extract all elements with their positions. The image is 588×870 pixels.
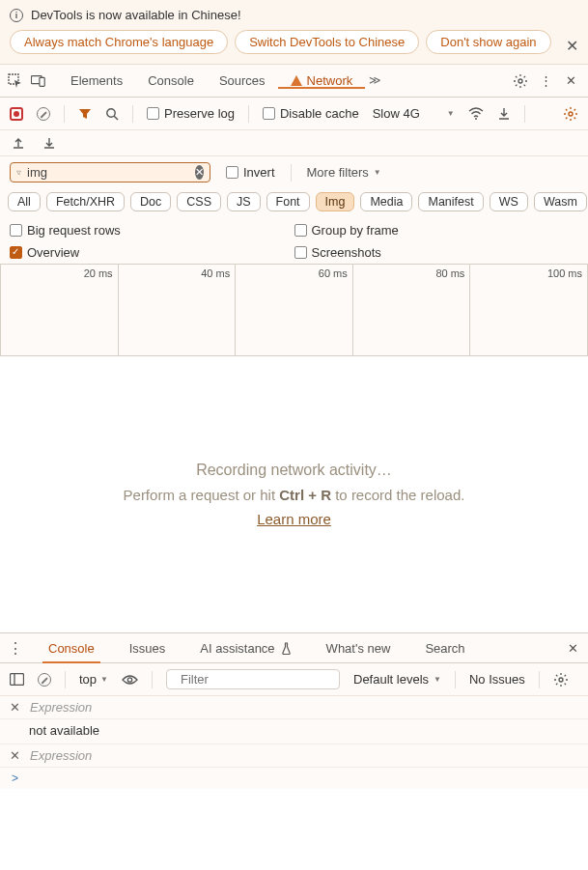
remove-expression-icon[interactable]: ✕ — [10, 700, 20, 715]
network-settings-icon[interactable] — [563, 106, 578, 122]
inspect-element-icon[interactable] — [8, 73, 23, 89]
pill-media[interactable]: Media — [360, 192, 412, 211]
divider — [539, 671, 540, 688]
console-prompt[interactable]: > — [0, 768, 588, 789]
svg-line-5 — [114, 116, 118, 120]
time-tick: 80 ms — [435, 267, 464, 279]
pill-img[interactable]: Img — [316, 192, 355, 211]
clear-console-button[interactable] — [38, 673, 51, 687]
upload-icon[interactable] — [12, 136, 25, 150]
infobar-close-icon[interactable]: ✕ — [566, 37, 578, 55]
tab-elements[interactable]: Elements — [58, 73, 135, 88]
device-toolbar-icon[interactable] — [31, 73, 46, 89]
pill-wasm[interactable]: Wasm — [534, 192, 587, 211]
console-settings-icon[interactable] — [553, 672, 569, 688]
divider — [65, 671, 66, 688]
checkbox-icon — [147, 107, 159, 120]
drawer-tab-issues[interactable]: Issues — [112, 633, 183, 662]
expression-placeholder: Expression — [30, 748, 92, 763]
import-har-icon[interactable] — [497, 107, 511, 121]
throttling-value: Slow 4G — [373, 106, 420, 121]
more-tabs-icon[interactable]: ≫ — [365, 73, 385, 88]
pill-fetch-xhr[interactable]: Fetch/XHR — [46, 192, 125, 211]
switch-to-chinese-button[interactable]: Switch DevTools to Chinese — [235, 30, 419, 54]
always-match-language-button[interactable]: Always match Chrome's language — [10, 30, 228, 54]
filter-input-wrap[interactable]: ✕ — [10, 162, 210, 182]
console-sidebar-icon[interactable] — [10, 673, 24, 686]
resource-type-filter: All Fetch/XHR Doc CSS JS Font Img Media … — [0, 188, 588, 219]
svg-point-4 — [107, 108, 115, 116]
svg-rect-2 — [40, 77, 44, 86]
svg-point-6 — [475, 118, 477, 120]
empty-subtitle: Perform a request or hit Ctrl + R to rec… — [124, 487, 465, 503]
clear-button[interactable] — [37, 107, 50, 121]
overview-checkbox[interactable]: Overview — [10, 245, 294, 260]
console-filter-input[interactable] — [181, 672, 343, 687]
svg-point-3 — [518, 79, 522, 83]
tab-network[interactable]: Network — [278, 73, 366, 88]
time-tick: 60 ms — [319, 267, 348, 279]
execution-context-select[interactable]: top ▼ — [79, 672, 108, 687]
info-icon: i — [10, 9, 23, 22]
kebab-menu-icon[interactable]: ⋮ — [538, 73, 553, 89]
more-filters-dropdown[interactable]: More filters ▼ — [307, 165, 381, 180]
group-by-frame-label: Group by frame — [312, 223, 399, 238]
big-request-rows-checkbox[interactable]: Big request rows — [10, 223, 294, 238]
filter-toggle-icon[interactable] — [78, 107, 92, 121]
network-toolbar: Preserve log Disable cache Slow 4G ▼ — [0, 98, 588, 130]
big-rows-label: Big request rows — [27, 223, 121, 238]
pill-font[interactable]: Font — [266, 192, 310, 211]
time-tick: 20 ms — [84, 267, 113, 279]
search-icon[interactable] — [105, 107, 119, 121]
drawer-tab-console[interactable]: Console — [31, 633, 112, 662]
preserve-log-checkbox[interactable]: Preserve log — [147, 106, 235, 121]
infobar-title: DevTools is now available in Chinese! — [31, 8, 241, 22]
levels-label: Default levels — [353, 672, 429, 687]
dont-show-again-button[interactable]: Don't show again — [426, 30, 550, 54]
invert-checkbox[interactable]: Invert — [226, 165, 275, 180]
pill-all[interactable]: All — [8, 192, 41, 211]
record-button[interactable] — [10, 107, 23, 121]
throttling-select[interactable]: Slow 4G ▼ — [373, 106, 455, 121]
tab-sources[interactable]: Sources — [207, 73, 278, 88]
svg-point-7 — [569, 112, 573, 116]
log-levels-select[interactable]: Default levels ▼ — [353, 672, 441, 687]
divider — [248, 105, 249, 123]
checkbox-icon — [263, 107, 275, 120]
network-conditions-icon[interactable] — [468, 107, 484, 121]
group-by-frame-checkbox[interactable]: Group by frame — [294, 223, 579, 238]
close-devtools-icon[interactable]: ✕ — [563, 73, 578, 89]
tab-network-label: Network — [307, 73, 353, 88]
har-row — [0, 130, 588, 156]
drawer-tab-ai-assistance[interactable]: AI assistance — [182, 633, 308, 662]
pill-css[interactable]: CSS — [177, 192, 221, 211]
devtools-infobar: i DevTools is now available in Chinese! … — [0, 0, 588, 65]
disable-cache-checkbox[interactable]: Disable cache — [263, 106, 359, 121]
timeline-overview[interactable]: 20 ms 40 ms 60 ms 80 ms 100 ms — [0, 264, 588, 356]
remove-expression-icon[interactable]: ✕ — [10, 748, 20, 763]
live-expression-row[interactable]: ✕ Expression — [0, 744, 588, 768]
filter-input[interactable] — [27, 165, 189, 180]
download-icon[interactable] — [42, 136, 56, 150]
pill-js[interactable]: JS — [227, 192, 261, 211]
close-drawer-icon[interactable]: ✕ — [565, 640, 580, 656]
learn-more-link[interactable]: Learn more — [257, 511, 331, 527]
svg-point-10 — [127, 677, 131, 681]
pill-ws[interactable]: WS — [490, 192, 528, 211]
drawer-tab-whats-new[interactable]: What's new — [309, 633, 408, 662]
overview-label: Overview — [27, 245, 79, 260]
disable-cache-label: Disable cache — [280, 106, 359, 121]
tab-console[interactable]: Console — [135, 73, 207, 88]
drawer-tab-search[interactable]: Search — [407, 633, 482, 662]
live-expression-icon[interactable] — [122, 674, 138, 686]
network-options: Big request rows Overview Group by frame… — [0, 219, 588, 264]
screenshots-checkbox[interactable]: Screenshots — [294, 245, 579, 260]
dropdown-icon: ▼ — [447, 109, 455, 118]
drawer-kebab-icon[interactable]: ⋮ — [8, 639, 23, 658]
console-filter-wrap[interactable] — [166, 669, 340, 689]
settings-icon[interactable] — [513, 73, 528, 89]
clear-filter-icon[interactable]: ✕ — [195, 165, 204, 180]
pill-doc[interactable]: Doc — [130, 192, 171, 211]
pill-manifest[interactable]: Manifest — [418, 192, 483, 211]
live-expression-row[interactable]: ✕ Expression — [0, 696, 588, 719]
